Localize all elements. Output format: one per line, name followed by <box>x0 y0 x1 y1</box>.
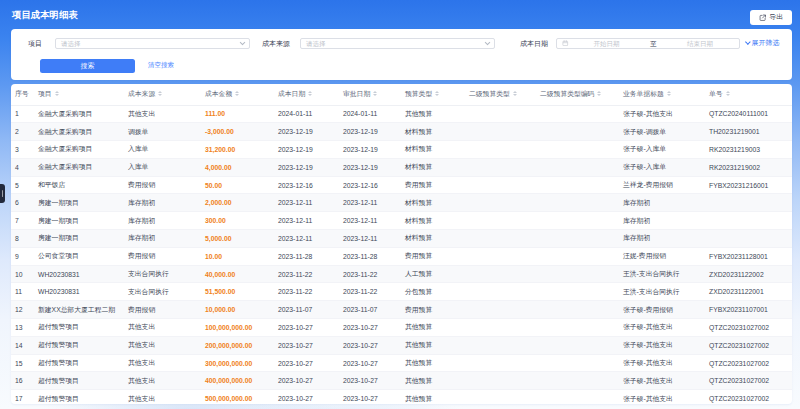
column-header[interactable]: 成本金额 <box>201 84 274 105</box>
table-cell: 库存期初 <box>619 212 705 230</box>
column-header[interactable]: 业务单据标题 <box>619 84 705 105</box>
table-cell: 2023-12-19 <box>339 158 401 176</box>
table-cell: 2023-12-11 <box>339 212 401 230</box>
table-cell <box>465 319 536 337</box>
table-cell <box>465 301 536 319</box>
column-header[interactable]: 审批日期 <box>339 84 401 105</box>
table-cell <box>465 123 536 141</box>
table-cell: 费用预算 <box>401 247 465 265</box>
column-header[interactable]: 预算类型 <box>401 84 465 105</box>
table-cell: 房建一期项目 <box>34 194 124 212</box>
table-cell: -3,000.00 <box>201 123 274 141</box>
column-header-label: 序号 <box>15 90 29 97</box>
table-cell <box>536 372 619 390</box>
table-cell: 费用报销 <box>124 247 201 265</box>
table-cell: 汪妮-费用报销 <box>619 247 705 265</box>
column-header[interactable]: 成本日期 <box>274 84 339 105</box>
sort-icon[interactable] <box>435 91 439 96</box>
project-select[interactable]: 请选择 <box>55 38 250 49</box>
sort-icon[interactable] <box>235 91 239 96</box>
table-cell <box>465 354 536 372</box>
table-cell: 2023-12-19 <box>274 158 339 176</box>
table-cell: 金融大厦采购项目 <box>34 123 124 141</box>
table-row: 10WH20230831支出合同执行40,000.002023-11-22202… <box>11 265 792 283</box>
column-header[interactable]: 二级预算类型 <box>465 84 536 105</box>
table-cell: 其他支出 <box>124 354 201 372</box>
table-cell: 超付预警项目 <box>34 390 124 404</box>
table-cell: 2023-12-16 <box>339 176 401 194</box>
table-cell <box>536 105 619 123</box>
table-cell: 其他支出 <box>124 336 201 354</box>
table-cell: 超付预警项目 <box>34 319 124 337</box>
table-cell: QTZC20231027002 <box>705 372 792 390</box>
table-cell: 调拨单 <box>124 123 201 141</box>
column-header[interactable]: 二级预算类型编码 <box>536 84 619 105</box>
cost-date-filter-label: 成本日期 <box>520 38 548 49</box>
sort-icon[interactable] <box>158 91 162 96</box>
table-cell <box>465 283 536 301</box>
sort-icon[interactable] <box>597 91 601 96</box>
expand-filters-label: 展开筛选 <box>752 38 780 48</box>
table-cell: 9 <box>11 247 34 265</box>
cost-detail-table: 序号项目成本来源成本金额成本日期审批日期预算类型二级预算类型二级预算类型编码业务… <box>11 84 792 404</box>
expand-filters-link[interactable]: 展开筛选 <box>745 38 780 49</box>
table-cell: 1 <box>11 105 34 123</box>
project-filter-label: 项目 <box>28 38 42 49</box>
table-cell: 其他预算 <box>401 319 465 337</box>
cost-source-select[interactable]: 请选择 <box>300 38 495 49</box>
table-cell: 2023-12-11 <box>339 230 401 248</box>
table-cell: 16 <box>11 372 34 390</box>
table-cell <box>465 158 536 176</box>
table-cell: 15 <box>11 354 34 372</box>
table-cell <box>465 212 536 230</box>
table-cell: 其他支出 <box>124 105 201 123</box>
export-button[interactable]: 导出 <box>750 10 792 25</box>
table-cell: FYBX20231107001 <box>705 301 792 319</box>
table-cell: 400,000,000.00 <box>201 372 274 390</box>
table-cell: 4 <box>11 158 34 176</box>
table-cell <box>536 176 619 194</box>
column-header-label: 成本日期 <box>278 90 305 97</box>
sort-icon[interactable] <box>726 91 730 96</box>
chevron-down-icon <box>240 40 245 45</box>
table-cell: 新建XX总部大厦工程二期 <box>34 301 124 319</box>
column-header[interactable]: 项目 <box>34 84 124 105</box>
cost-date-range-input[interactable]: 开始日期 至 结束日期 <box>556 38 740 49</box>
table-cell <box>536 212 619 230</box>
table-cell: 支出合同执行 <box>124 265 201 283</box>
sort-icon[interactable] <box>667 91 671 96</box>
table-cell: 张子硕-其他支出 <box>619 354 705 372</box>
cost-source-select-placeholder: 请选择 <box>306 39 485 48</box>
table-cell: 材料预算 <box>401 230 465 248</box>
table-cell: 14 <box>11 336 34 354</box>
table-cell: 其他支出 <box>124 372 201 390</box>
table-cell: QTZC20231027002 <box>705 390 792 404</box>
table-cell: 51,500.00 <box>201 283 274 301</box>
table-cell: 3 <box>11 141 34 159</box>
sort-icon[interactable] <box>373 91 377 96</box>
table-cell <box>465 372 536 390</box>
column-header[interactable]: 单号 <box>705 84 792 105</box>
table-cell: 库存期初 <box>124 194 201 212</box>
side-drawer-handle[interactable] <box>0 184 5 203</box>
table-cell: FYBX20231128001 <box>705 247 792 265</box>
table-cell: 费用预算 <box>401 301 465 319</box>
table-cell: 2023-11-22 <box>339 283 401 301</box>
table-header: 序号项目成本来源成本金额成本日期审批日期预算类型二级预算类型二级预算类型编码业务… <box>11 84 792 105</box>
table-cell <box>465 265 536 283</box>
sort-icon[interactable] <box>55 91 59 96</box>
search-button[interactable]: 搜索 <box>40 59 135 73</box>
table-cell: 房建一期项目 <box>34 230 124 248</box>
clear-search-link[interactable]: 清空搜索 <box>148 59 174 73</box>
export-button-label: 导出 <box>769 12 783 22</box>
table-cell: 100,000,000.00 <box>201 319 274 337</box>
table-cell: 张子硕-入库单 <box>619 141 705 159</box>
table-cell: QTZC20240111001 <box>705 105 792 123</box>
sort-icon[interactable] <box>308 91 312 96</box>
sort-icon[interactable] <box>513 91 517 96</box>
table-cell: 超付预警项目 <box>34 354 124 372</box>
table-cell: 张子硕-其他支出 <box>619 319 705 337</box>
table-cell <box>536 301 619 319</box>
table-row: 13超付预警项目其他支出100,000,000.002023-10-272023… <box>11 319 792 337</box>
column-header[interactable]: 成本来源 <box>124 84 201 105</box>
